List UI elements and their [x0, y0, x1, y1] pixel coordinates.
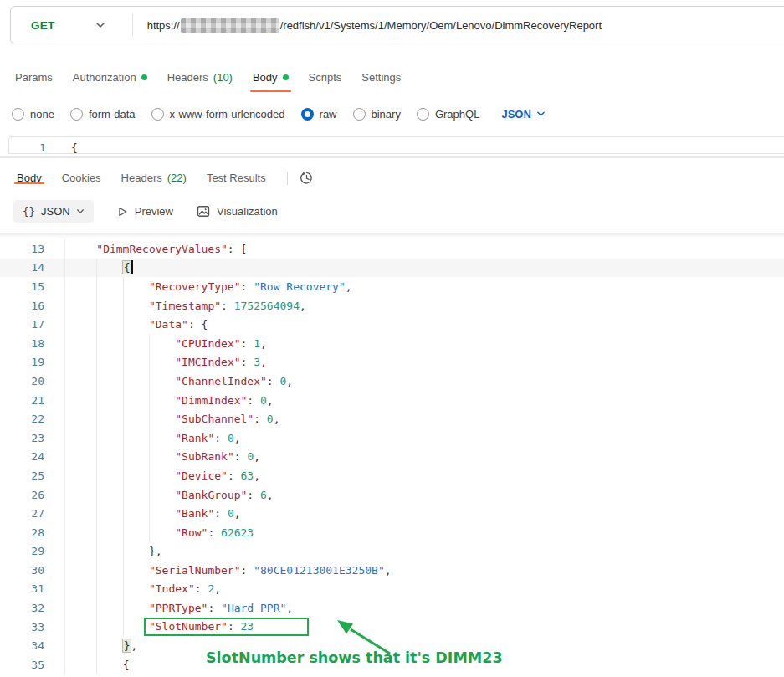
indent-guide-icon	[96, 636, 97, 655]
indent-guide-icon	[149, 504, 150, 523]
code-line-content: "Bank": 0,	[65, 504, 784, 523]
body-mode-form-data[interactable]: form-data	[70, 108, 136, 121]
code-token: ,	[254, 469, 260, 482]
code-token: :	[241, 356, 254, 368]
body-mode-raw[interactable]: raw	[301, 108, 337, 121]
visualization-button[interactable]: Visualization	[197, 205, 278, 218]
history-button[interactable]	[299, 170, 315, 186]
code-line: 23"Rank": 0,	[0, 428, 784, 448]
indent-guide-icon	[96, 277, 97, 296]
url-input[interactable]: https:///redfish/v1/Systems/1/Memory/Oem…	[147, 18, 602, 33]
indent-guide-icon	[96, 466, 97, 485]
code-token: :	[208, 602, 221, 614]
request-tab-params[interactable]: Params	[5, 62, 63, 92]
indent-guide-icon	[96, 353, 97, 372]
code-token: : {	[188, 318, 208, 331]
response-tab-cookies[interactable]: Cookies	[52, 172, 111, 184]
response-format-label: JSON	[41, 205, 70, 218]
indent-guide-icon	[123, 523, 124, 542]
method-selector[interactable]: GET	[11, 19, 105, 32]
preview-button[interactable]: Preview	[117, 205, 173, 218]
request-body-editor[interactable]: 1 {	[8, 136, 784, 154]
code-line: 15"RecoveryType": "Row Recovery",	[0, 277, 784, 296]
code-token: ,	[286, 375, 293, 387]
code-line: 25"Device": 63,	[0, 466, 784, 485]
code-line: 14{	[0, 259, 784, 278]
body-mode-x-www-form-urlencoded[interactable]: x-www-form-urlencoded	[151, 108, 285, 121]
code-token: :	[241, 564, 254, 577]
redacted-host	[181, 18, 279, 33]
tab-label: Cookies	[62, 172, 101, 184]
request-tab-authorization[interactable]: Authorization	[63, 62, 157, 92]
code-line: 24"SubRank": 0,	[0, 448, 784, 467]
response-body-editor[interactable]: 13"DimmRecoveryValues": [14{15"RecoveryT…	[0, 233, 784, 677]
url-path: /redfish/v1/Systems/1/Memory/Oem/Lenovo/…	[280, 19, 602, 32]
code-token: :	[247, 394, 260, 407]
body-mode-none[interactable]: none	[12, 108, 54, 121]
tab-label: Params	[15, 71, 53, 84]
indent-guide-icon	[96, 655, 97, 674]
body-language-label: JSON	[501, 108, 530, 121]
indent-guide-icon	[96, 542, 97, 562]
indent-guide-icon	[96, 428, 97, 448]
pane-divider[interactable]	[0, 156, 784, 158]
indent-guide-icon	[96, 296, 97, 315]
response-tab-test-results[interactable]: Test Results	[197, 172, 276, 184]
request-tab-settings[interactable]: Settings	[351, 62, 411, 92]
code-line-content: "SerialNumber": "80CE01213001E3250B",	[65, 561, 784, 580]
code-line: 19"IMCIndex": 3,	[0, 353, 784, 372]
code-token: :	[214, 507, 228, 520]
code-token: :	[234, 450, 248, 463]
play-icon	[117, 206, 128, 218]
indent-guide-icon	[123, 542, 124, 562]
tab-label: Body	[253, 71, 278, 84]
indent-guide-icon	[123, 448, 124, 467]
code-token: :	[228, 469, 241, 482]
code-token: "Timestamp"	[149, 300, 221, 312]
code-token: ,	[131, 639, 137, 652]
code-token: },	[149, 545, 162, 557]
request-tab-scripts[interactable]: Scripts	[299, 62, 352, 92]
response-tab-headers[interactable]: Headers(22)	[111, 172, 197, 184]
indent-guide-icon	[149, 391, 150, 410]
body-mode-binary[interactable]: binary	[353, 108, 401, 121]
code-token: ,	[254, 450, 260, 463]
url-scheme: https://	[147, 19, 180, 32]
code-token: "Row"	[175, 526, 208, 539]
request-tab-headers[interactable]: Headers(10)	[157, 62, 243, 92]
line-number: 33	[0, 618, 65, 637]
indent-guide-icon	[96, 448, 97, 467]
code-line-content: "RecoveryType": "Row Recovery",	[65, 277, 784, 296]
indent-guide-icon	[123, 372, 124, 391]
code-token: "BankGroup"	[175, 489, 247, 501]
indent-guide-icon	[149, 353, 150, 372]
code-line: 26"BankGroup": 6,	[0, 485, 784, 505]
code-token: ,	[267, 489, 274, 501]
indent-guide-icon	[149, 409, 150, 428]
chevron-down-icon	[95, 22, 105, 28]
line-number: 26	[0, 485, 65, 505]
tab-count-badge: (22)	[167, 172, 187, 184]
code-line-content: "Index": 2,	[65, 580, 784, 599]
indent-guide-icon	[149, 334, 150, 353]
indent-guide-icon	[123, 353, 124, 372]
radio-icon	[12, 108, 24, 121]
body-language-selector[interactable]: JSON	[501, 108, 545, 121]
code-token: :	[208, 526, 221, 539]
code-token: }	[123, 639, 131, 652]
method-label: GET	[31, 19, 55, 32]
code-token: "DimmIndex"	[175, 394, 247, 407]
status-dot-icon	[283, 74, 289, 80]
indent-guide-icon	[96, 391, 97, 410]
code-token: 63	[241, 469, 254, 482]
response-tab-body[interactable]: Body	[7, 172, 52, 184]
body-mode-graphql[interactable]: GraphQL	[417, 108, 479, 121]
body-mode-label: raw	[320, 108, 337, 121]
code-token: 1	[254, 337, 260, 350]
code-token: "PPRType"	[149, 602, 208, 614]
request-tab-body[interactable]: Body	[243, 62, 299, 92]
response-format-selector[interactable]: {} JSON	[13, 200, 94, 223]
indent-guide-icon	[96, 372, 97, 391]
code-line: 32"PPRType": "Hard PPR",	[0, 598, 784, 618]
code-token: ,	[346, 280, 352, 293]
